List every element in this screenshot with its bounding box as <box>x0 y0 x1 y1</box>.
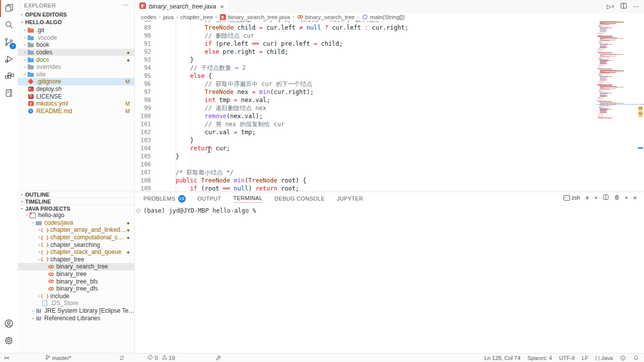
indentation[interactable]: Spaces: 4 <box>527 355 552 361</box>
code-token: nex <box>234 88 252 96</box>
run-debug-activity-button[interactable] <box>0 51 18 68</box>
tree-item[interactable]: ›docs● <box>18 56 135 63</box>
breadcrumb-item[interactable]: binary_search_tree.java <box>219 14 290 20</box>
line-number: 92 <box>135 48 161 56</box>
split-terminal-icon[interactable] <box>603 194 609 201</box>
code-token <box>161 32 205 39</box>
split-editor-icon[interactable] <box>620 2 627 11</box>
terminal-profile[interactable]: › zsh <box>564 195 580 201</box>
tree-item[interactable]: binary_tree <box>18 270 135 278</box>
breadcrumb-item[interactable]: java <box>163 14 174 20</box>
panel-tab-jupyter[interactable]: JUPYTER <box>337 196 363 202</box>
terminal-icon: › <box>564 195 570 201</box>
git-status-badge: ● <box>127 227 130 233</box>
folder-icon <box>27 42 34 48</box>
terminal-prompt[interactable]: (base) jyd@JYD-MBP hello-algo % <box>143 207 256 215</box>
maximize-panel-icon[interactable]: ∧ <box>625 195 628 200</box>
source-control-activity-button[interactable]: 7 <box>0 34 18 51</box>
tree-item[interactable]: binary_tree_dfs <box>18 285 135 293</box>
tree-item[interactable]: ›Referenced Libraries <box>18 314 135 322</box>
tree-item[interactable]: ›{ }include <box>18 293 135 300</box>
run-debug-icon <box>4 54 14 66</box>
root-folder-header[interactable]: › HELLO-ALGO <box>18 19 134 26</box>
language-label: Java <box>601 355 613 361</box>
minimap[interactable] <box>596 21 638 122</box>
cursor-position[interactable]: Ln 128, Col 74 <box>485 355 521 361</box>
git-status-badge: M <box>125 78 130 84</box>
minimap-line <box>600 57 610 57</box>
code-text: // 子结点数量 = 2 <box>161 64 246 72</box>
tree-item[interactable]: ›{ }chapter_stack_and_queue● <box>18 248 135 256</box>
breadcrumb-item[interactable]: binary_search_tree <box>297 14 355 20</box>
close-icon[interactable]: × <box>220 3 224 11</box>
code-text: remove(nex.val); <box>161 112 263 120</box>
panel-tab-output[interactable]: OUTPUT <box>198 196 221 202</box>
breadcrumb-item[interactable]: main(String[]) <box>361 14 405 20</box>
tree-item[interactable]: ›{ }chapter_searching <box>18 241 135 248</box>
tree-item[interactable]: binary_tree_bfs <box>18 278 135 285</box>
more-actions-icon[interactable]: ⋯ <box>633 3 639 10</box>
problems-status[interactable]: 0 19 <box>147 354 175 361</box>
code-token: else <box>205 48 219 55</box>
tree-item[interactable]: binary_search_tree <box>18 263 135 270</box>
tree-item[interactable]: .gitignoreM <box>18 78 135 85</box>
timeline-header[interactable]: › TIMELINE <box>18 198 134 205</box>
tree-item[interactable]: iREADME.mdM <box>18 108 135 115</box>
notifications-bell-icon[interactable] <box>633 355 639 361</box>
new-terminal-button[interactable]: + <box>585 194 589 202</box>
tree-item[interactable]: ›hello-algo <box>18 212 135 219</box>
remote-indicator[interactable]: >< <box>4 355 10 360</box>
kill-terminal-icon[interactable] <box>614 194 620 202</box>
explorer-activity-button[interactable] <box>0 0 18 17</box>
java-class-icon <box>47 263 54 270</box>
java-projects-header[interactable]: › JAVA PROJECTS <box>18 205 134 212</box>
tree-item[interactable]: ©LICENSE <box>18 93 135 100</box>
sync-button[interactable] <box>119 355 125 361</box>
tree-item[interactable]: ›.vscode <box>18 34 135 42</box>
tree-item[interactable]: ›.git <box>18 27 135 34</box>
code-editor[interactable]: 88 // 当子结点数量 = 0 / 1 时， child = null / 该… <box>135 21 644 192</box>
language-mode[interactable]: { } Java <box>595 355 613 361</box>
panel-tab-terminal[interactable]: TERMINAL <box>233 195 263 203</box>
more-actions-icon[interactable]: ⋯ <box>122 2 128 9</box>
breadcrumb-item[interactable]: codes <box>141 14 156 20</box>
tree-item[interactable]: ›site <box>18 71 135 78</box>
panel-tab-debug-console[interactable]: DEBUG CONSOLE <box>275 196 325 202</box>
tree-item[interactable]: ›JRE System Library [Eclipse Temurin 17 … <box>18 307 135 315</box>
outline-header[interactable]: › OUTLINE <box>18 191 134 198</box>
notebook-activity-button[interactable] <box>0 85 18 103</box>
feedback-smiley-icon[interactable] <box>620 355 626 361</box>
breadcrumb-item[interactable]: chapter_tree <box>180 14 213 20</box>
task-status-icon[interactable] <box>215 355 221 361</box>
open-editors-header[interactable]: › OPEN EDITORS <box>18 11 134 18</box>
tree-item[interactable]: ›book <box>18 41 135 49</box>
panel-tab-problems[interactable]: PROBLEMS19 <box>143 195 186 203</box>
files-icon <box>4 3 15 15</box>
code-token: null <box>306 24 321 31</box>
encoding[interactable]: UTF-8 <box>559 355 575 361</box>
account-button[interactable] <box>0 316 18 333</box>
code-line: 101 // 将 nex 的值复制给 cur <box>135 120 644 128</box>
tree-item[interactable]: .DS_Store <box>18 300 135 307</box>
tree-item[interactable]: ›codes● <box>18 49 135 56</box>
tree-item[interactable]: ›codes/java● <box>18 219 135 227</box>
tree-item[interactable]: ›overrides <box>18 63 135 71</box>
tree-item[interactable]: ›{ }chapter_array_and_linkedlist● <box>18 226 135 234</box>
run-button[interactable]: ▷∨ <box>607 3 614 10</box>
search-activity-button[interactable] <box>0 17 18 34</box>
close-panel-icon[interactable]: × <box>633 194 637 202</box>
code-line: 96 // 获取中序遍历中 cur 的下一个结点 <box>135 80 644 88</box>
tree-item[interactable]: >_deploy.sh <box>18 85 135 93</box>
extensions-activity-button[interactable] <box>0 68 18 85</box>
branch-status[interactable]: master* <box>45 354 71 361</box>
code-token: } <box>161 56 194 63</box>
tab-binary-search-tree[interactable]: binary_search_tree.java × <box>135 0 229 13</box>
settings-button[interactable] <box>0 333 18 350</box>
item-label: .gitignore <box>36 78 61 85</box>
tree-item[interactable]: ymkdocs.ymlM <box>18 100 135 108</box>
eol[interactable]: LF <box>582 355 588 361</box>
tree-item[interactable]: ›{ }chapter_computational_complexity● <box>18 234 135 241</box>
terminal-dropdown-icon[interactable]: ∨ <box>594 195 598 200</box>
code-token: tmp <box>215 97 233 104</box>
tree-item[interactable]: ›{ }chapter_tree <box>18 256 135 263</box>
